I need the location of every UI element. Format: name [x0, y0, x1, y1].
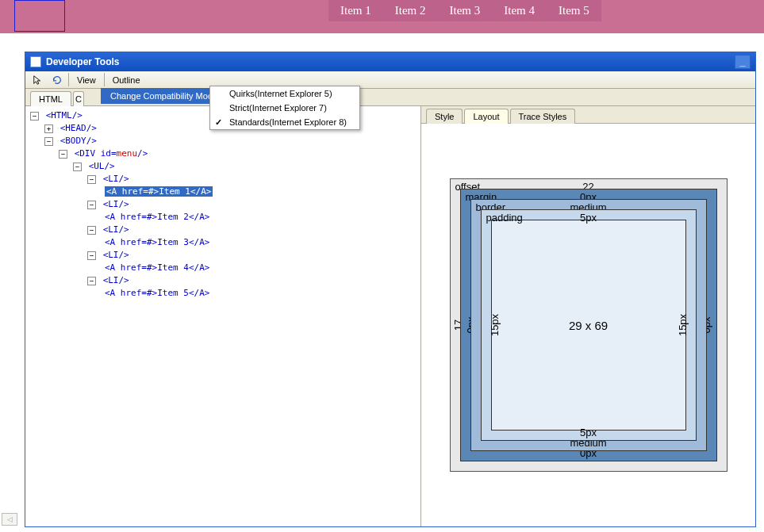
bm-margin[interactable]: margin 0px 0px 0px 0px border medium med…	[460, 189, 717, 461]
tree-node-ul[interactable]: <UL/>	[89, 161, 115, 171]
tree-node-html[interactable]: <HTML/>	[46, 110, 83, 121]
tab-css[interactable]: C	[73, 91, 84, 106]
compat-mode-label: Change Compatibility Mode	[110, 91, 217, 101]
refresh-icon	[52, 75, 63, 86]
expand-toggle[interactable]: −	[30, 112, 39, 121]
tree-node-li[interactable]: <LI/>	[103, 199, 129, 209]
dom-tree-pane: − <HTML/> + <HEAD/> − <BODY/> − <DIV id=…	[25, 106, 421, 526]
page-menu: Item 1 Item 2 Item 3 Item 4 Item 5	[328, 0, 601, 21]
tree-node-a[interactable]: <A href=#>Item 2</A>	[105, 212, 209, 222]
window-title: Developer Tools	[46, 56, 119, 67]
compat-option-standards[interactable]: Standards(Internet Explorer 8)	[210, 115, 359, 129]
tree-node-li[interactable]: <LI/>	[103, 275, 129, 285]
tree-node-body[interactable]: <BODY/>	[60, 136, 97, 146]
expand-toggle[interactable]: −	[73, 163, 82, 171]
cursor-icon	[33, 75, 44, 86]
tab-html[interactable]: HTML	[30, 91, 71, 106]
minimize-button[interactable]: _	[735, 55, 751, 69]
tree-node-a[interactable]: <A href=#>Item 3</A>	[105, 237, 209, 247]
expand-toggle[interactable]: −	[87, 175, 96, 184]
tree-node-div[interactable]: <DIV id=menu/>	[75, 148, 148, 159]
page-menu-item[interactable]: Item 1	[328, 0, 383, 21]
box-model-diagram: offset 22 17 margin 0px 0px 0px 0px bord…	[421, 124, 755, 526]
tree-node-head[interactable]: <HEAD/>	[60, 123, 97, 133]
tree-node-li[interactable]: <LI/>	[103, 224, 129, 235]
tab-layout[interactable]: Layout	[464, 109, 508, 124]
bm-padding-bottom: 5px	[580, 427, 597, 438]
right-pane: Style Layout Trace Styles offset 22 17 m…	[421, 106, 755, 526]
bm-padding-label: padding	[486, 212, 523, 224]
page-menu-item[interactable]: Item 4	[492, 0, 547, 21]
source-tabs: HTML C Change Compatibility Mode ▶	[25, 89, 755, 106]
compat-option-strict[interactable]: Strict(Internet Explorer 7)	[210, 101, 359, 115]
bm-offset[interactable]: offset 22 17 margin 0px 0px 0px 0px bord…	[450, 178, 728, 472]
bm-border[interactable]: border medium medium medium medium paddi…	[470, 199, 707, 451]
right-tabs: Style Layout Trace Styles	[421, 106, 755, 124]
chevron-left-icon: ◁	[7, 515, 13, 523]
page-menu-item[interactable]: Item 5	[547, 0, 601, 21]
app-icon	[30, 56, 41, 67]
page-menu-item[interactable]: Item 3	[438, 0, 493, 21]
expand-toggle[interactable]: −	[59, 150, 67, 159]
tree-node-li[interactable]: <LI/>	[103, 174, 129, 184]
expand-toggle[interactable]: −	[87, 201, 96, 209]
bm-content[interactable]: 29 x 69	[491, 220, 686, 431]
tab-trace-styles[interactable]: Trace Styles	[510, 109, 576, 124]
devtools-window: Developer Tools _ View Outline HTML C Ch…	[25, 52, 756, 527]
view-menu[interactable]: View	[71, 71, 102, 88]
page-nav-widget[interactable]: ◁	[2, 513, 17, 526]
tab-style[interactable]: Style	[426, 109, 463, 124]
inspected-element-highlight	[14, 0, 65, 32]
bm-padding-top: 5px	[580, 212, 597, 224]
titlebar[interactable]: Developer Tools _	[25, 52, 755, 71]
bm-padding-right: 15px	[677, 314, 689, 336]
bm-padding-left: 15px	[488, 314, 500, 336]
outline-menu[interactable]: Outline	[106, 71, 147, 88]
expand-toggle[interactable]: −	[87, 226, 96, 235]
select-element-button[interactable]	[29, 71, 48, 88]
tree-node-a[interactable]: <A href=#>Item 4</A>	[105, 262, 209, 273]
tree-node-a-selected[interactable]: <A href=#>Item 1</A>	[105, 186, 213, 197]
main-body: − <HTML/> + <HEAD/> − <BODY/> − <DIV id=…	[25, 106, 755, 526]
toolbar: View Outline	[25, 71, 755, 89]
compat-mode-flyout: Quirks(Internet Explorer 5) Strict(Inter…	[209, 86, 360, 130]
bm-padding[interactable]: padding 5px 5px 15px 15px 29 x 69	[481, 209, 697, 441]
compat-option-quirks[interactable]: Quirks(Internet Explorer 5)	[210, 86, 359, 101]
page-header: Item 1 Item 2 Item 3 Item 4 Item 5	[0, 0, 764, 33]
expand-toggle[interactable]: −	[87, 251, 96, 260]
dom-tree[interactable]: − <HTML/> + <HEAD/> − <BODY/> − <DIV id=…	[25, 106, 420, 303]
tree-node-li[interactable]: <LI/>	[103, 250, 129, 260]
expand-toggle[interactable]: −	[87, 277, 96, 285]
tree-node-a[interactable]: <A href=#>Item 5</A>	[105, 288, 209, 298]
expand-toggle[interactable]: +	[44, 124, 53, 133]
expand-toggle[interactable]: −	[44, 137, 53, 146]
refresh-button[interactable]	[48, 71, 67, 88]
page-menu-item[interactable]: Item 2	[383, 0, 438, 21]
